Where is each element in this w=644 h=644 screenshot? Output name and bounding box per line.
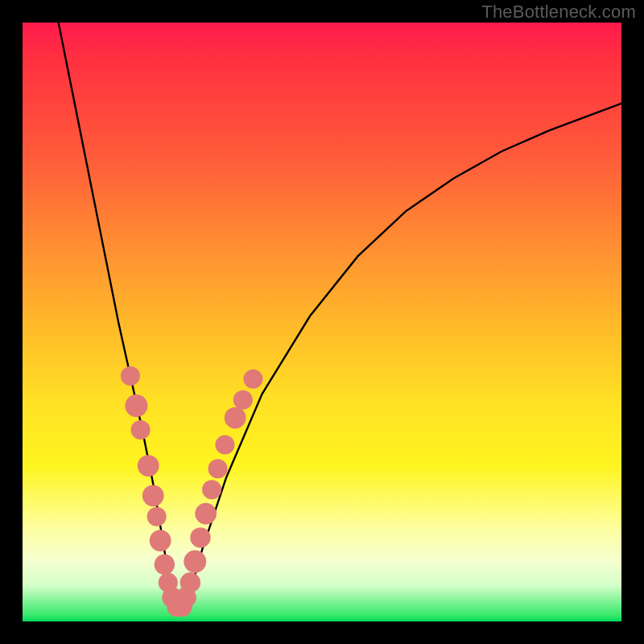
data-point-marker bbox=[208, 459, 228, 478]
data-point-marker bbox=[131, 420, 151, 440]
chart-svg bbox=[23, 23, 621, 621]
watermark-text: TheBottleneck.com bbox=[481, 2, 636, 23]
bottleneck-curve-line bbox=[59, 23, 621, 609]
data-point-marker bbox=[138, 455, 159, 477]
highlighted-points-group bbox=[121, 366, 263, 617]
chart-plot-area bbox=[23, 23, 621, 621]
data-point-marker bbox=[150, 530, 171, 551]
data-point-marker bbox=[195, 503, 217, 525]
data-point-marker bbox=[202, 480, 221, 499]
data-point-marker bbox=[233, 390, 253, 410]
data-point-marker bbox=[243, 369, 262, 389]
data-point-marker bbox=[147, 507, 167, 526]
data-point-marker bbox=[225, 407, 246, 429]
data-point-marker bbox=[121, 366, 140, 386]
data-point-marker bbox=[180, 572, 200, 592]
data-point-marker bbox=[184, 551, 206, 573]
data-point-marker bbox=[155, 555, 175, 575]
data-point-marker bbox=[142, 485, 164, 506]
data-point-marker bbox=[125, 394, 147, 417]
data-point-marker bbox=[215, 435, 234, 454]
data-point-marker bbox=[190, 527, 210, 547]
